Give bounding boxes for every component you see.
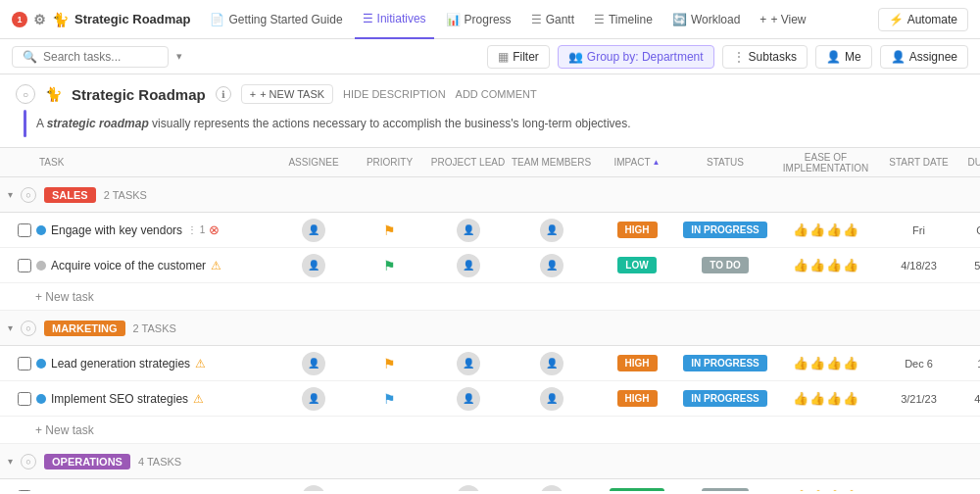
members-cell[interactable]: 👤 (510, 485, 593, 492)
table-row: Engage with key vendors ⋮ 1 ⊗ 👤 ⚑ 👤 👤 HI… (0, 213, 980, 248)
tab-progress[interactable]: 📊 Progress (438, 0, 519, 39)
members-cell[interactable]: 👤 (510, 254, 593, 277)
hide-description-button[interactable]: HIDE DESCRIPTION (343, 88, 446, 100)
workload-icon: 🔄 (672, 13, 687, 26)
lead-cell[interactable]: 👤 (426, 387, 510, 411)
lead-cell[interactable]: 👤 (426, 219, 510, 242)
tab-getting-started[interactable]: 📄 Getting Started Guide (202, 0, 350, 39)
col-header-lead: PROJECT LEAD (426, 157, 510, 168)
task-name[interactable]: Implement SEO strategies (51, 392, 188, 406)
add-task-row[interactable]: + New task (0, 417, 980, 444)
sales-expand-icon: ○ (21, 187, 36, 203)
tab-timeline[interactable]: ☰ Timeline (586, 0, 661, 39)
task-checkbox[interactable] (18, 490, 31, 492)
ease-cell: 👍 👍 👍 👍 (769, 489, 882, 491)
task-checkbox[interactable] (18, 357, 31, 370)
priority-cell[interactable]: ⚑ (353, 356, 426, 371)
group-header-operations[interactable]: ▾ ○ OPERATIONS 4 TASKS (0, 444, 980, 479)
assignee-cell[interactable]: 👤 (274, 485, 353, 492)
marketing-expand-icon: ○ (21, 321, 36, 336)
priority-cell[interactable]: ⚑ (353, 391, 426, 407)
assignee-button[interactable]: 👤 Assignee (880, 45, 968, 69)
project-title-row: ○ 🐈 Strategic Roadmap ℹ + + NEW TASK HID… (16, 84, 537, 104)
assignee-cell[interactable]: 👤 (274, 352, 353, 375)
filter-button[interactable]: ▦ Filter (487, 45, 550, 69)
task-checkbox[interactable] (18, 259, 31, 272)
add-comment-button[interactable]: ADD COMMENT (456, 88, 537, 100)
chevron-down-icon[interactable]: ▾ (176, 50, 182, 63)
assignee-cell[interactable]: 👤 (274, 219, 353, 242)
me-button[interactable]: 👤 Me (815, 45, 872, 69)
progress-icon: 📊 (446, 13, 461, 26)
thumb-2: 👍 (809, 356, 825, 370)
start-date-cell: 4/18/23 (882, 260, 956, 272)
gear-icon[interactable]: ⚙ (33, 12, 46, 27)
avatar: 👤 (457, 387, 480, 411)
tab-initiatives[interactable]: ☰ Initiatives (355, 0, 434, 39)
priority-cell[interactable]: ⚑ (353, 222, 426, 238)
task-name[interactable]: Conduct job performance appraisal (51, 490, 234, 492)
members-cell[interactable]: 👤 (510, 219, 593, 242)
task-name[interactable]: Acquire voice of the customer (51, 259, 206, 272)
assignee-cell[interactable]: 👤 (274, 387, 353, 411)
impact-badge: HIGH (617, 390, 658, 407)
assignee-cell[interactable]: 👤 (274, 254, 353, 277)
operations-group-label: OPERATIONS (44, 454, 130, 469)
avatar: 👤 (457, 254, 480, 277)
start-date-cell: 2/1/23 (882, 491, 956, 492)
status-cell: IN PROGRESS (681, 355, 769, 371)
task-checkbox[interactable] (18, 392, 31, 406)
task-name[interactable]: Lead generation strategies (51, 357, 190, 370)
tab-gantt[interactable]: ☰ Gantt (523, 0, 582, 39)
expand-button[interactable]: ○ (16, 84, 35, 104)
thumb-2: 👍 (809, 391, 825, 406)
flag-icon: ⚑ (383, 391, 396, 407)
project-title: Strategic Roadmap (72, 86, 206, 103)
group-marketing: ▾ ○ MARKETING 2 TASKS Lead generation st… (0, 311, 980, 444)
group-header-marketing[interactable]: ▾ ○ MARKETING 2 TASKS (0, 311, 980, 346)
project-info-icon[interactable]: ℹ (216, 86, 231, 102)
automate-button[interactable]: ⚡ Automate (878, 8, 968, 31)
col-header-status: STATUS (681, 157, 769, 168)
marketing-group-label: MARKETING (44, 321, 125, 336)
search-input[interactable] (43, 50, 158, 64)
task-checkbox[interactable] (18, 223, 31, 237)
members-cell[interactable]: 👤 (510, 352, 593, 375)
group-operations: ▾ ○ OPERATIONS 4 TASKS Conduct job perfo… (0, 444, 980, 491)
status-cell: TO DO (681, 257, 769, 273)
lead-cell[interactable]: 👤 (426, 352, 510, 375)
doc-icon: 📄 (210, 13, 224, 26)
sales-task-count: 2 TASKS (104, 189, 147, 201)
toolbar: 🔍 ▾ ▦ Filter 👥 Group by: Department ⋮ Su… (0, 39, 980, 74)
search-box[interactable]: 🔍 (12, 46, 169, 68)
priority-cell[interactable]: ⚑ (353, 258, 426, 273)
col-header-impact[interactable]: IMPACT ▲ (593, 157, 681, 168)
assignee-icon: 👤 (891, 50, 906, 64)
thumb-1: 👍 (793, 356, 808, 370)
task-name[interactable]: Engage with key vendors (51, 223, 182, 237)
members-cell[interactable]: 👤 (510, 387, 593, 411)
gantt-icon: ☰ (531, 13, 542, 26)
impact-badge: MEDIUM (610, 488, 665, 491)
marketing-task-count: 2 TASKS (133, 322, 176, 334)
avatar: 👤 (457, 352, 480, 375)
lead-cell[interactable]: 👤 (426, 254, 510, 277)
new-task-button[interactable]: + + NEW TASK (241, 84, 333, 104)
thumb-4: 👍 (843, 489, 858, 491)
tab-workload[interactable]: 🔄 Workload (664, 0, 748, 39)
avatar: 👤 (457, 219, 480, 242)
avatar: 👤 (302, 352, 325, 375)
col-header-assignee: ASSIGNEE (274, 157, 353, 168)
add-task-row[interactable]: + New task (0, 283, 980, 311)
ease-cell: 👍 👍 👍 👍 (769, 222, 882, 237)
group-header-sales[interactable]: ▾ ○ SALES 2 TASKS (0, 177, 980, 213)
due-date-cell: Oct 27 (956, 224, 980, 236)
add-view-button[interactable]: + + View (752, 9, 813, 30)
subtasks-button[interactable]: ⋮ Subtasks (722, 45, 808, 69)
lead-cell[interactable]: 👤 (426, 485, 510, 492)
group-by-button[interactable]: 👥 Group by: Department (558, 45, 714, 69)
start-date-cell: 3/21/23 (882, 393, 956, 405)
search-icon: 🔍 (23, 50, 37, 64)
col-header-ease: EASE OF IMPLEMENTATION (769, 152, 882, 173)
priority-cell[interactable]: ⚑ (353, 489, 426, 492)
